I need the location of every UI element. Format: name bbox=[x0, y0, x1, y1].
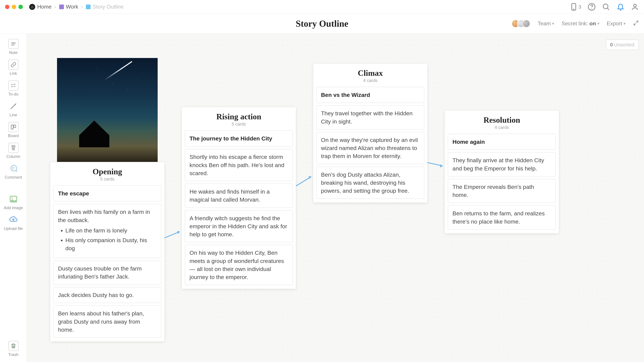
export-label: Export bbox=[607, 20, 622, 27]
avatar[interactable] bbox=[522, 19, 530, 28]
user-icon[interactable] bbox=[631, 3, 639, 11]
column-resolution[interactable]: Resolution 4 cards Home again They final… bbox=[445, 111, 559, 233]
chevron-down-icon: ▾ bbox=[624, 21, 626, 26]
board-card[interactable]: On the way they're captured by an evil w… bbox=[316, 132, 424, 164]
card-text: On his way to the Hidden City, Ben meets… bbox=[190, 250, 284, 280]
column-title: Resolution bbox=[448, 115, 556, 124]
board-card[interactable]: Ben returns to the farm, and realizes th… bbox=[448, 205, 556, 230]
devices-button[interactable]: 3 bbox=[570, 3, 581, 11]
sidebar-item-todo[interactable]: To-do bbox=[0, 80, 27, 96]
secret-link-state: on bbox=[589, 20, 596, 27]
sidebar-item-label: Board bbox=[8, 133, 18, 138]
column-climax[interactable]: Climax 4 cards Ben vs the Wizard They tr… bbox=[313, 64, 427, 202]
maximize-window-icon[interactable] bbox=[18, 5, 23, 9]
breadcrumb-work[interactable]: Work bbox=[59, 4, 78, 10]
board-card[interactable]: They finally arrive at the Hidden City a… bbox=[448, 152, 556, 176]
board-canvas[interactable]: 0Unsorted Opening 5 cards The escape Ben… bbox=[27, 33, 644, 362]
search-icon[interactable] bbox=[602, 3, 610, 11]
page-title: Story Outline bbox=[296, 18, 348, 29]
sidebar-item-add-image[interactable]: Add image bbox=[0, 194, 27, 210]
line-icon bbox=[8, 101, 18, 111]
image-icon bbox=[8, 194, 18, 204]
collaborator-avatars[interactable] bbox=[512, 19, 530, 28]
card-text: On the way they're captured by an evil w… bbox=[321, 137, 418, 159]
sidebar-item-board[interactable]: Board bbox=[0, 122, 27, 138]
board-card[interactable]: The Emperor reveals Ben's path home. bbox=[448, 179, 556, 203]
device-icon bbox=[570, 3, 578, 11]
board-card[interactable]: Dusty causes trouble on the farm infuria… bbox=[53, 260, 161, 285]
column-header: Climax 4 cards bbox=[313, 64, 427, 85]
board-card[interactable]: Jack decides Dusty has to go. bbox=[53, 287, 161, 303]
board-card[interactable]: On his way to the Hidden City, Ben meets… bbox=[185, 245, 293, 285]
board-card[interactable]: They travel together with the Hidden Cit… bbox=[316, 105, 424, 130]
chevron-right-icon: › bbox=[81, 4, 83, 9]
bell-icon[interactable] bbox=[616, 3, 624, 11]
card-text: Ben lives with his family on a farm in t… bbox=[58, 209, 150, 223]
board-card[interactable]: Ben learns about his father's plan, grab… bbox=[53, 305, 161, 338]
svg-line-28 bbox=[427, 163, 443, 166]
svg-rect-15 bbox=[14, 125, 16, 128]
connector-arrow bbox=[164, 230, 183, 240]
svg-line-26 bbox=[296, 177, 311, 186]
column-image-night[interactable] bbox=[57, 58, 158, 162]
sidebar-item-trash[interactable]: Trash bbox=[0, 341, 27, 357]
board-card[interactable]: Ben lives with his family on a farm in t… bbox=[53, 204, 161, 258]
team-dropdown[interactable]: Team ▾ bbox=[538, 20, 554, 27]
card-text: Home again bbox=[452, 139, 485, 145]
connector-arrow bbox=[296, 174, 314, 188]
column-header: Resolution 4 cards bbox=[445, 111, 559, 132]
sidebar-item-column[interactable]: Column bbox=[0, 143, 27, 159]
unsorted-button[interactable]: 0Unsorted bbox=[606, 39, 639, 50]
column-title: Climax bbox=[317, 68, 424, 78]
export-dropdown[interactable]: Export ▾ bbox=[607, 20, 626, 27]
card-text: The journey to the Hidden City bbox=[190, 135, 272, 142]
column-opening[interactable]: Opening 5 cards The escape Ben lives wit… bbox=[50, 162, 164, 341]
sidebar-item-label: Note bbox=[9, 50, 18, 55]
chevron-down-icon: ▾ bbox=[598, 21, 600, 26]
card-text: Ben returns to the farm, and realizes th… bbox=[452, 210, 545, 225]
svg-point-6 bbox=[634, 4, 636, 7]
secret-link-dropdown[interactable]: Secret link: on ▾ bbox=[562, 20, 599, 27]
trash-icon bbox=[8, 341, 18, 351]
board-card[interactable]: A friendly witch suggests he find the em… bbox=[185, 210, 293, 243]
board-card[interactable]: Shortly into his escape a fierce storm k… bbox=[185, 149, 293, 181]
page-titlebar: Story Outline Team ▾ Secret link: on ▾ E… bbox=[0, 14, 644, 33]
board-card[interactable]: Ben vs the Wizard bbox=[316, 87, 424, 103]
device-count: 3 bbox=[578, 4, 581, 10]
card-text: The Emperor reveals Ben's path home. bbox=[452, 184, 534, 198]
column-rising-action[interactable]: Rising action 5 cards The journey to the… bbox=[182, 107, 296, 289]
sidebar-item-link[interactable]: Link bbox=[0, 60, 27, 76]
sidebar-item-note[interactable]: Note bbox=[0, 39, 27, 55]
expand-button[interactable] bbox=[633, 20, 639, 27]
help-icon[interactable] bbox=[588, 3, 596, 11]
sidebar-item-line[interactable]: Line bbox=[0, 101, 27, 117]
board-card[interactable]: Home again bbox=[448, 134, 556, 150]
sidebar-item-upload-file[interactable]: Upload file bbox=[0, 215, 27, 231]
card-text: They finally arrive at the Hidden City a… bbox=[452, 157, 544, 171]
column-subtitle: 5 cards bbox=[54, 176, 161, 182]
breadcrumb-current-label: Story Outline bbox=[92, 4, 124, 10]
board-card[interactable]: The journey to the Hidden City bbox=[185, 130, 293, 146]
sidebar-item-label: Upload file bbox=[4, 226, 23, 231]
close-window-icon[interactable] bbox=[5, 5, 10, 9]
chevron-down-icon: ▾ bbox=[552, 21, 554, 26]
card-text: Ben's dog Dusty attacks Alizan, breaking… bbox=[321, 171, 409, 194]
breadcrumb-work-label: Work bbox=[66, 4, 78, 10]
card-text: The escape bbox=[58, 190, 89, 197]
minimize-window-icon[interactable] bbox=[12, 5, 16, 9]
board-card[interactable]: The escape bbox=[53, 185, 161, 201]
breadcrumb-home-label: Home bbox=[37, 4, 52, 10]
board-card[interactable]: Ben's dog Dusty attacks Alizan, breaking… bbox=[316, 167, 424, 199]
team-label: Team bbox=[538, 20, 551, 27]
sidebar-item-label: To-do bbox=[8, 92, 18, 96]
connector-arrow bbox=[427, 161, 446, 169]
window-controls[interactable] bbox=[5, 5, 23, 9]
board-card[interactable]: He wakes and finds himself in a magical … bbox=[185, 184, 293, 208]
topbar-left: ⌂ Home › Work › Story Outline bbox=[5, 4, 124, 10]
sidebar-item-comment[interactable]: Comment bbox=[0, 164, 27, 180]
card-bullet: His only companion is Dusty, his dog bbox=[66, 236, 157, 252]
home-icon: ⌂ bbox=[29, 4, 35, 10]
chevron-right-icon: › bbox=[54, 4, 56, 9]
card-text: Shortly into his escape a fierce storm k… bbox=[190, 154, 284, 176]
breadcrumb-home[interactable]: ⌂ Home bbox=[29, 4, 52, 10]
